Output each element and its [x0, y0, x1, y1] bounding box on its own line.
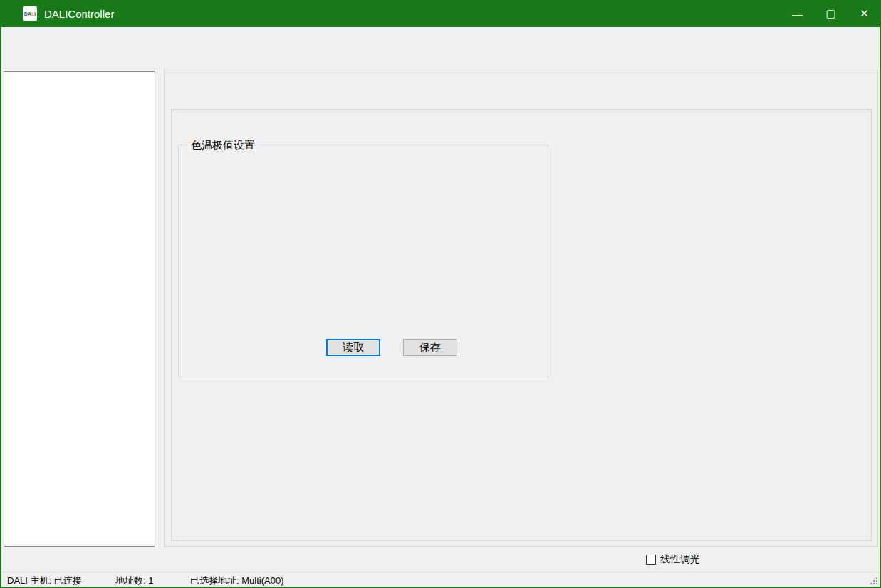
- app-window: DALI DALIController — ▢ ✕ 色温极值设置 读取 保存 线…: [0, 0, 881, 588]
- save-all-button[interactable]: 保存: [403, 339, 457, 356]
- window-title: DALIController: [44, 8, 114, 20]
- linear-dimming-checkbox[interactable]: [646, 555, 656, 565]
- maximize-button[interactable]: ▢: [814, 0, 848, 27]
- cct-limits-groupbox: 色温极值设置 读取 保存: [178, 145, 548, 377]
- resize-grip-icon[interactable]: [869, 576, 877, 584]
- status-address-count: 地址数: 1: [115, 574, 153, 587]
- linear-dimming-option: 线性调光: [646, 553, 700, 566]
- linear-dimming-label: 线性调光: [660, 553, 700, 566]
- status-host: DALI 主机: 已连接: [7, 574, 82, 587]
- app-icon: DALI: [23, 6, 37, 21]
- groupbox-title: 色温极值设置: [187, 139, 259, 152]
- minimize-button[interactable]: —: [781, 0, 814, 27]
- menubar: [1, 27, 880, 48]
- status-selected-address: 已选择地址: Multi(A00): [190, 574, 283, 587]
- read-button[interactable]: 读取: [326, 339, 380, 356]
- close-button[interactable]: ✕: [848, 0, 881, 27]
- device-tree[interactable]: [4, 71, 155, 547]
- titlebar: DALI DALIController — ▢ ✕: [0, 0, 881, 27]
- status-bar: DALI 主机: 已连接 地址数: 1 已选择地址: Multi(A00): [1, 572, 880, 587]
